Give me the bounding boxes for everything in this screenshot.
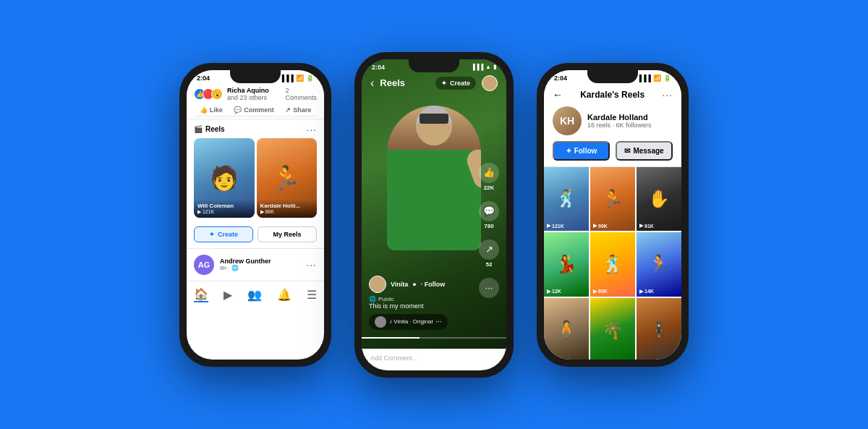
reel-creator-avatar[interactable]	[369, 276, 386, 293]
share-button[interactable]: ↗ Share	[285, 106, 311, 114]
play-icon-5: ▶	[593, 289, 597, 294]
phone-2-notch	[409, 59, 459, 72]
nav-menu[interactable]: ☰	[307, 288, 317, 302]
battery-icon: 🔋	[306, 75, 314, 82]
create-reel-button[interactable]: ✦ Create	[194, 226, 253, 242]
signal-icon: ▐▐▐	[280, 75, 294, 82]
reel-person-7: 🧍	[544, 298, 589, 360]
reels-icon: 🎬	[194, 125, 203, 133]
profile-reel-4[interactable]: 💃 ▶ 12K	[544, 232, 589, 297]
phone-1-time: 2:04	[197, 75, 210, 82]
post-action-bar: 👍 Like 💬 Comment ↗ Share	[194, 104, 317, 116]
like-button[interactable]: 👍 Like	[200, 106, 223, 114]
play-icon-1: ▶	[547, 223, 550, 229]
reel-comment-bar: Add Comment...	[362, 349, 506, 370]
reel-comment-icon: 💬	[479, 201, 499, 221]
reel-share-icon: ↗	[479, 239, 499, 260]
play-icon-4: ▶	[547, 289, 550, 294]
profile-header: ← Kardale's Reels ··· KH Kardale Holland…	[544, 83, 681, 167]
comment-icon: 💬	[234, 106, 242, 114]
bottom-nav: 🏠 ▶ 👥 🔔 ☰	[187, 281, 324, 311]
music-avatar	[375, 316, 386, 328]
reels-section-title: 🎬 Reels	[194, 125, 225, 133]
reel-6-views: ▶ 14K	[639, 289, 654, 294]
profile-name: Kardale Holland	[587, 113, 652, 122]
post-avatar: AG	[194, 255, 214, 275]
reel-follow-button[interactable]: · Follow	[421, 281, 446, 288]
profile-reel-1[interactable]: 🕺 ▶ 121K	[544, 167, 589, 232]
phone-2-screen: 2:04 ▐▐▐ ▲ ▮ ‹ Reels ✦ ✦ Create Create	[362, 59, 506, 370]
profile-actions: ✦ Follow ✉ Message	[553, 141, 673, 161]
profile-reel-7[interactable]: 🧍	[544, 298, 589, 360]
post-more-button[interactable]: ···	[306, 259, 317, 271]
nav-video[interactable]: ▶	[224, 288, 232, 302]
profile-reel-2[interactable]: 🏃 ▶ 90K	[590, 167, 635, 232]
nav-bell[interactable]: 🔔	[277, 288, 292, 302]
reel-back-button[interactable]: ‹	[370, 77, 374, 90]
post-comments-count: 2 Comments	[285, 87, 317, 101]
profile-avatar: KH	[553, 106, 582, 135]
follow-button[interactable]: ✦ Follow	[553, 141, 610, 161]
profile-reel-8[interactable]: 🌴	[590, 298, 635, 360]
my-reels-button[interactable]: My Reels	[258, 226, 317, 242]
reel-5-views: ▶ 80K	[593, 289, 608, 294]
play-icon-2: ▶	[593, 223, 597, 229]
person-figure	[387, 106, 481, 250]
profile-meta: 16 reels · 6K followers	[587, 122, 652, 129]
wow-reaction: 😮	[211, 88, 223, 100]
profile-reel-9[interactable]: 🕴	[637, 298, 681, 360]
reel-progress-fill	[362, 337, 420, 339]
phone-1-screen: 2:04 ▐▐▐ 📶 🔋 👍 ❤️ 😮 Richa Aquino and	[187, 70, 324, 360]
reel-person-8: 🌴	[590, 298, 635, 360]
reel-user-info: Vinita ● · Follow 🌐 Public This is my mo…	[369, 276, 470, 331]
nav-people[interactable]: 👥	[247, 288, 262, 302]
wifi-icon: 📶	[296, 75, 304, 82]
reel-2[interactable]: 🏃 Kardale Holli... ▶ 88K	[257, 138, 318, 218]
phone-1-status-icons: ▐▐▐ 📶 🔋	[280, 75, 314, 82]
reel-1-overlay: Will Coleman ▶ 121K	[194, 200, 255, 218]
reel-progress-bar[interactable]	[362, 337, 506, 339]
reels-viewer: 2:04 ▐▐▐ ▲ ▮ ‹ Reels ✦ ✦ Create Create	[362, 59, 506, 370]
reel-comment-input[interactable]: Add Comment...	[370, 354, 498, 362]
reel-cta-actions: ✦ Create My Reels	[187, 222, 324, 248]
battery-icon-3: 🔋	[663, 75, 671, 82]
music-more-icon: ···	[435, 318, 441, 326]
profile-reel-6[interactable]: 🏃 ▶ 14K	[637, 232, 681, 297]
phone-3-screen: 2:04 ▐▐▐ 📶 🔋 ← Kardale's Reels ··· KH	[544, 70, 681, 360]
profile-back-button[interactable]: ←	[553, 89, 563, 101]
phone-1: 2:04 ▐▐▐ 📶 🔋 👍 ❤️ 😮 Richa Aquino and	[179, 63, 331, 367]
reel-like-action[interactable]: 👍 22K	[479, 163, 499, 191]
phone-1-notch	[230, 70, 281, 83]
reels-section-header: 🎬 Reels ···	[187, 119, 324, 138]
reel-create-button[interactable]: ✦ ✦ Create Create	[435, 77, 476, 90]
reels-more-button[interactable]: ···	[306, 124, 317, 135]
reel-caption: This is my moment	[369, 302, 470, 310]
profile-nav: ← Kardale's Reels ···	[553, 89, 673, 101]
reel-3-views: ▶ 81K	[639, 223, 654, 229]
reel-person-9: 🕴	[637, 298, 681, 360]
reaction-icons: 👍 ❤️ 😮	[194, 88, 223, 100]
person-head	[416, 106, 452, 145]
current-user-avatar[interactable]	[482, 75, 498, 91]
comment-button[interactable]: 💬 Comment	[234, 106, 274, 114]
reel-music-tag[interactable]: ♪ Vinita · Original ···	[369, 314, 448, 330]
message-button[interactable]: ✉ Message	[616, 141, 673, 161]
verified-dot: ●	[412, 281, 416, 288]
profile-reel-5[interactable]: 🕺 ▶ 80K	[590, 232, 635, 297]
reel-4-views: ▶ 12K	[547, 289, 561, 294]
reels-grid: 🧑 Will Coleman ▶ 121K 🏃 Kardale Holli...…	[187, 138, 324, 222]
reel-1[interactable]: 🧑 Will Coleman ▶ 121K	[194, 138, 255, 218]
profile-reel-3[interactable]: ✋ ▶ 81K	[637, 167, 681, 232]
reel-person-2: 🏃	[590, 167, 635, 232]
reel-more-action[interactable]: ···	[479, 278, 499, 298]
reel-share-action[interactable]: ↗ 52	[479, 239, 499, 268]
mustache	[420, 114, 448, 124]
reel-person-1: 🕺	[544, 167, 589, 232]
profile-more-button[interactable]: ···	[662, 89, 673, 101]
reel-person-6: 🏃	[637, 232, 681, 297]
reel-comment-action[interactable]: 💬 780	[479, 201, 499, 229]
reel-person-4: 💃	[544, 232, 589, 297]
nav-home[interactable]: 🏠	[194, 287, 208, 302]
profile-reels-grid: 🕺 ▶ 121K 🏃 ▶ 90K ✋ ▶	[544, 167, 681, 360]
reel-user-row: Vinita ● · Follow	[369, 276, 470, 293]
